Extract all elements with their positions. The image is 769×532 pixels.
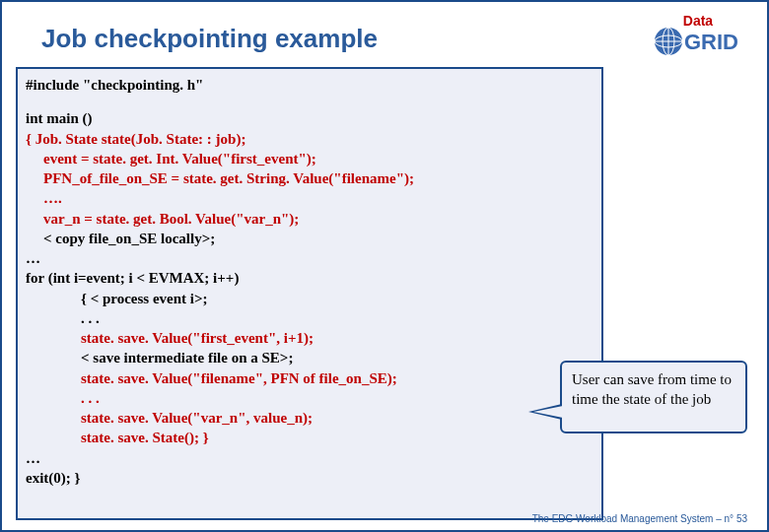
code-line: #include "checkpointing. h" (26, 75, 594, 95)
code-line: state. save. Value("var_n", value_n); (26, 408, 594, 428)
code-line: var_n = state. get. Bool. Value("var_n")… (26, 209, 594, 229)
code-line: exit(0); } (26, 468, 594, 488)
code-line: …. (26, 188, 594, 208)
callout-text: User can save from time to time the stat… (572, 371, 732, 407)
callout-arrow-fill (533, 406, 563, 418)
code-block: #include "checkpointing. h" int main () … (16, 67, 603, 520)
code-line: PFN_of_file_on_SE = state. get. String. … (26, 168, 594, 188)
code-line: < copy file_on_SE locally>; (26, 229, 594, 248)
code-line: state. save. Value("first_event", i+1); (26, 328, 594, 348)
logo-text-data: Data (683, 13, 714, 29)
logo-text-grid: GRID (684, 30, 738, 54)
code-line: … (26, 448, 594, 468)
footer-text: The EDG Workload Management System – (532, 513, 722, 524)
slide: Job checkpointing example Data GRID #inc… (0, 0, 769, 532)
footer: The EDG Workload Management System – n° … (532, 513, 747, 524)
code-line: … (26, 248, 594, 268)
slide-title: Job checkpointing example (41, 24, 378, 54)
code-line: for (int i=event; i < EVMAX; i++) (26, 268, 594, 288)
code-line: int main () (26, 108, 594, 128)
page-prefix: n° (725, 513, 734, 524)
code-line: { Job. State state(Job. State: : job); (26, 129, 594, 149)
code-line: { < process event i>; (26, 289, 594, 308)
code-line: . . . (26, 308, 594, 328)
code-line: . . . (26, 388, 594, 408)
globe-icon (655, 28, 682, 55)
code-line: event = state. get. Int. Value("first_ev… (26, 149, 594, 168)
datagrid-logo: Data GRID (649, 12, 747, 59)
code-line: state. save. Value("filename", PFN of fi… (26, 368, 594, 388)
page-number: 53 (736, 513, 747, 524)
annotation-callout: User can save from time to time the stat… (560, 361, 747, 433)
code-line: < save intermediate file on a SE>; (26, 348, 594, 367)
code-line: state. save. State(); } (26, 428, 594, 447)
